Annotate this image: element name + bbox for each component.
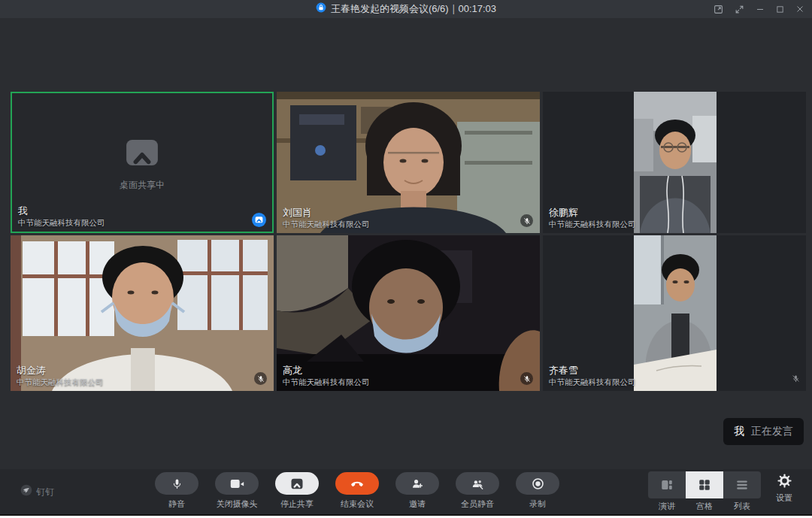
grid-view-icon — [686, 471, 723, 498]
brand-label: 钉钉 — [36, 486, 54, 498]
microphone-icon — [155, 472, 198, 495]
screen-share-icon — [275, 472, 319, 495]
title-bar: 王春艳发起的视频会议(6/6)｜00:17:03 — [0, 0, 812, 18]
participant-name: 刘国肖 — [283, 206, 370, 219]
participant-company: 中节能天融科技有限公司 — [18, 217, 105, 228]
stop-share-button[interactable]: 停止共享 — [274, 472, 320, 510]
participant-company: 中节能天融科技有限公司 — [549, 219, 636, 229]
meeting-toolbar: 钉钉 静音 关闭摄像头 停止共享 — [0, 469, 812, 514]
view-mode-switcher: 演讲 宫格 列表 — [648, 471, 761, 512]
view-mode-list[interactable]: 列表 — [723, 471, 761, 512]
mic-muted-icon — [520, 372, 533, 385]
video-grid: 桌面共享中 我 中节能天融科技有限公司 — [11, 92, 806, 391]
speaker-name: 我 — [734, 425, 744, 438]
settings-button[interactable]: 设置 — [767, 474, 801, 504]
participant-name: 胡金涛 — [17, 364, 104, 377]
maximize-icon[interactable] — [776, 5, 784, 14]
video-tile-participant-5[interactable]: 高龙 中节能天融科技有限公司 — [277, 235, 540, 391]
video-tile-participant-3[interactable]: 徐鹏辉 中节能天融科技有限公司 — [543, 92, 806, 233]
fullscreen-icon[interactable] — [735, 5, 744, 14]
meeting-window: 王春艳发起的视频会议(6/6)｜00:17:03 桌面共享中 我 中节能天融科技… — [0, 0, 812, 516]
participant-company: 中节能天融科技有限公司 — [549, 377, 636, 387]
mic-muted-icon — [254, 372, 267, 385]
video-tile-participant-2[interactable]: 刘国肖 中节能天融科技有限公司 — [277, 92, 540, 233]
screen-share-placeholder: 桌面共享中 — [12, 138, 272, 192]
participant-name: 我 — [18, 204, 105, 217]
meeting-title: 王春艳发起的视频会议(6/6)｜00:17:03 — [331, 2, 496, 16]
speaker-view-icon — [648, 471, 686, 498]
speaking-indicator: 我 正在发言 — [723, 418, 804, 445]
mic-muted-icon — [789, 372, 802, 385]
participant-company: 中节能天融科技有限公司 — [283, 377, 370, 387]
mute-all-button[interactable]: 全员静音 — [455, 472, 500, 510]
speaking-text: 正在发言 — [751, 425, 793, 438]
record-button[interactable]: 录制 — [515, 472, 560, 510]
toolbar-buttons: 静音 关闭摄像头 停止共享 结束会议 — [154, 472, 560, 510]
mute-button[interactable]: 静音 — [154, 472, 199, 510]
dingtalk-brand: 钉钉 — [20, 484, 54, 499]
end-meeting-button[interactable]: 结束会议 — [335, 472, 380, 510]
video-tile-participant-6[interactable]: 齐春雪 中节能天融科技有限公司 — [543, 235, 806, 391]
sharing-badge-icon — [252, 213, 266, 227]
video-tile-participant-4[interactable]: 胡金涛 中节能天融科技有限公司 — [11, 235, 274, 391]
share-status-text: 桌面共享中 — [120, 179, 165, 192]
participant-name: 齐春雪 — [549, 364, 636, 377]
mute-all-icon — [456, 472, 499, 495]
participant-name: 徐鹏辉 — [549, 206, 636, 219]
participant-company: 中节能天融科技有限公司 — [17, 377, 104, 387]
mic-muted-icon — [520, 214, 533, 227]
close-icon[interactable] — [795, 5, 804, 14]
popout-icon[interactable] — [714, 5, 723, 14]
video-feed — [634, 235, 717, 391]
gear-icon — [777, 474, 792, 491]
view-mode-speaker[interactable]: 演讲 — [648, 471, 686, 512]
secure-lock-icon — [316, 2, 326, 16]
list-view-icon — [723, 471, 761, 498]
video-feed — [634, 92, 717, 233]
window-controls — [714, 0, 804, 18]
camera-off-button[interactable]: 关闭摄像头 — [214, 472, 259, 510]
dingtalk-logo-icon — [20, 484, 32, 499]
record-icon — [516, 472, 559, 495]
camera-icon — [215, 472, 259, 495]
screen-share-icon — [125, 138, 159, 170]
invite-icon — [395, 472, 439, 495]
view-mode-grid[interactable]: 宫格 — [686, 471, 723, 512]
hangup-icon — [335, 472, 379, 495]
participant-name: 高龙 — [283, 364, 370, 377]
invite-button[interactable]: 邀请 — [395, 472, 440, 510]
video-tile-me-sharing[interactable]: 桌面共享中 我 中节能天融科技有限公司 — [11, 92, 274, 233]
minimize-icon[interactable] — [756, 5, 765, 14]
participant-company: 中节能天融科技有限公司 — [283, 219, 370, 229]
